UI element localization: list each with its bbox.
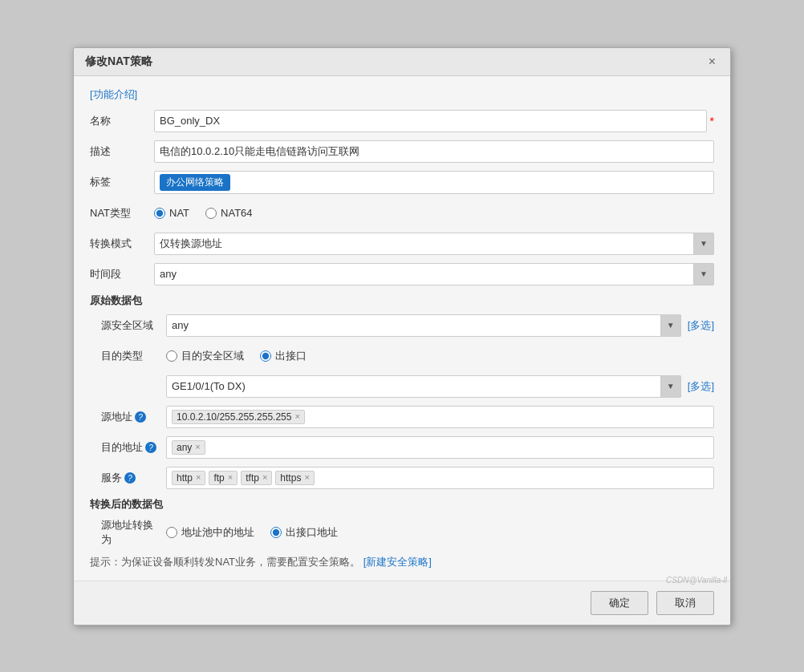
desc-label: 描述 <box>90 144 154 159</box>
service-remove-tftp[interactable]: × <box>262 473 267 482</box>
nat64-radio[interactable] <box>205 208 217 219</box>
src-addr-row: 源地址? 10.0.2.10/255.255.255.255 × <box>90 406 714 428</box>
service-row: 服务? http × ftp × tftp × https × <box>90 467 714 489</box>
src-zone-select-wrapper: any ▼ <box>166 314 681 337</box>
outbound-radio-label[interactable]: 出接口地址 <box>270 525 338 540</box>
src-zone-label: 源安全区域 <box>90 318 166 333</box>
service-tag-https: https × <box>275 471 314 485</box>
time-select[interactable]: any <box>154 263 714 285</box>
required-star: * <box>710 115 714 128</box>
src-addr-label: 源地址? <box>90 410 166 424</box>
dst-interface-multi-link[interactable]: [多选] <box>688 379 714 394</box>
src-addr-remove-1[interactable]: × <box>294 412 299 421</box>
tag-item: 办公网络策略 <box>160 174 230 191</box>
src-zone-multi-link[interactable]: [多选] <box>688 318 714 333</box>
tag-label: 标签 <box>90 175 154 189</box>
service-label: 服务? <box>90 471 166 485</box>
nat-radio-text: NAT <box>169 207 189 219</box>
service-tag-ftp: ftp × <box>209 471 238 485</box>
dst-interface-radio-text: 出接口 <box>275 349 307 363</box>
nat-type-label: NAT类型 <box>90 206 154 221</box>
name-input[interactable] <box>154 110 707 132</box>
service-remove-ftp[interactable]: × <box>228 473 233 482</box>
pool-radio-text: 地址池中的地址 <box>181 525 254 540</box>
dialog-title: 修改NAT策略 <box>85 55 152 69</box>
new-security-policy-link[interactable]: [新建安全策略] <box>363 556 432 568</box>
pool-radio[interactable] <box>166 527 177 538</box>
service-remove-http[interactable]: × <box>196 473 201 482</box>
nat-radio[interactable] <box>154 208 165 219</box>
convert-mode-select-wrapper: 仅转换源地址 ▼ <box>154 233 714 255</box>
convert-mode-row: 转换模式 仅转换源地址 ▼ <box>90 233 714 255</box>
hint-text: 提示：为保证设备顺利转发NAT业务，需要配置安全策略。 [新建安全策略] <box>90 555 714 569</box>
dst-addr-input[interactable]: any × <box>166 436 714 459</box>
src-zone-row: 源安全区域 any ▼ [多选] <box>90 314 714 337</box>
pool-radio-label[interactable]: 地址池中的地址 <box>166 525 254 540</box>
section-original: 原始数据包 <box>90 293 714 308</box>
time-select-wrapper: any ▼ <box>154 263 714 285</box>
section-converted: 转换后的数据包 <box>90 497 714 512</box>
dst-addr-row: 目的地址? any × <box>90 436 714 459</box>
dst-addr-tag-1: any × <box>172 440 205 455</box>
time-label: 时间段 <box>90 267 154 281</box>
dst-zone-radio-text: 目的安全区域 <box>181 349 244 363</box>
dst-interface-radio[interactable] <box>260 350 271 362</box>
dialog-header: 修改NAT策略 × <box>74 48 730 76</box>
nat64-radio-label[interactable]: NAT64 <box>205 207 253 219</box>
tag-row: 标签 办公网络策略 <box>90 171 714 194</box>
nat-radio-label[interactable]: NAT <box>154 207 189 219</box>
nat-type-radio-group: NAT NAT64 <box>154 207 253 219</box>
dst-interface-radio-label[interactable]: 出接口 <box>260 349 307 363</box>
dst-addr-label: 目的地址? <box>90 440 166 455</box>
dst-type-label: 目的类型 <box>90 349 166 363</box>
desc-row: 描述 <box>90 140 714 163</box>
close-button[interactable]: × <box>705 55 719 68</box>
service-tag-tftp: tftp × <box>241 471 272 485</box>
outbound-radio[interactable] <box>270 527 282 538</box>
dst-interface-select[interactable]: GE1/0/1(To DX) <box>166 375 681 398</box>
convert-mode-label: 转换模式 <box>90 237 154 251</box>
dst-interface-select-wrapper: GE1/0/1(To DX) ▼ <box>166 375 681 398</box>
src-convert-row: 源地址转换为 地址池中的地址 出接口地址 <box>90 518 714 547</box>
nat-policy-dialog: 修改NAT策略 × [功能介绍] 名称 * 描述 标签 办公网络策略 NAT类型 <box>73 47 731 625</box>
dialog-body: [功能介绍] 名称 * 描述 标签 办公网络策略 NAT类型 NAT <box>74 76 730 581</box>
src-zone-select[interactable]: any <box>166 314 681 337</box>
dst-addr-remove-1[interactable]: × <box>195 443 200 451</box>
cancel-button[interactable]: 取消 <box>656 591 714 615</box>
service-input[interactable]: http × ftp × tftp × https × <box>166 467 714 489</box>
nat64-radio-text: NAT64 <box>221 207 253 219</box>
dst-zone-radio-label[interactable]: 目的安全区域 <box>166 349 244 363</box>
nat-type-row: NAT类型 NAT NAT64 <box>90 202 714 225</box>
desc-input[interactable] <box>154 140 714 163</box>
src-addr-input[interactable]: 10.0.2.10/255.255.255.255 × <box>166 406 714 428</box>
convert-mode-select[interactable]: 仅转换源地址 <box>154 233 714 255</box>
outbound-radio-text: 出接口地址 <box>286 525 338 540</box>
src-convert-radio-group: 地址池中的地址 出接口地址 <box>166 525 338 540</box>
func-intro-link[interactable]: [功能介绍] <box>90 87 137 102</box>
name-row: 名称 * <box>90 110 714 132</box>
time-row: 时间段 any ▼ <box>90 263 714 285</box>
src-convert-label: 源地址转换为 <box>90 518 166 547</box>
service-remove-https[interactable]: × <box>304 473 309 482</box>
dst-interface-row: GE1/0/1(To DX) ▼ [多选] <box>90 375 714 398</box>
confirm-button[interactable]: 确定 <box>591 591 648 615</box>
dst-type-radio-group: 目的安全区域 出接口 <box>166 349 307 363</box>
name-label: 名称 <box>90 114 154 128</box>
dst-type-row: 目的类型 目的安全区域 出接口 <box>90 345 714 367</box>
src-addr-tag-1: 10.0.2.10/255.255.255.255 × <box>172 410 305 424</box>
dst-zone-radio[interactable] <box>166 350 177 362</box>
dialog-footer: 确定 取消 <box>74 581 730 625</box>
service-tag-http: http × <box>172 471 205 485</box>
